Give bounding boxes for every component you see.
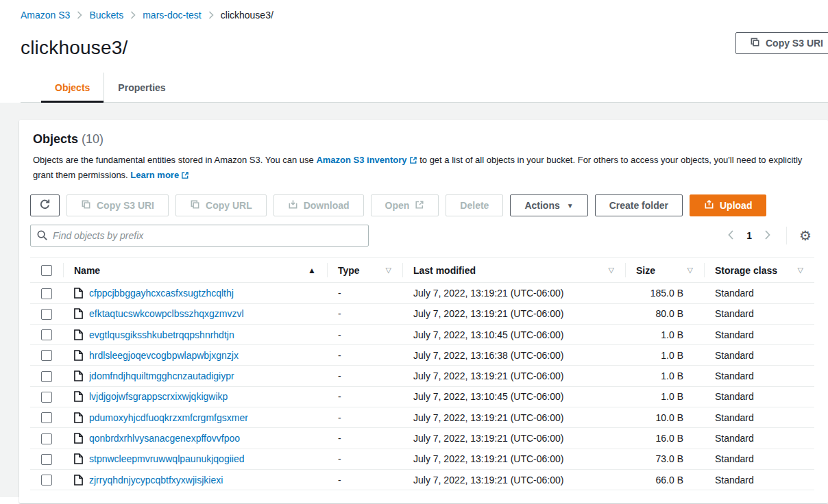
object-name-link[interactable]: pdumoxyhjcdfuoqkrzxmfcrgmfgsxmer (89, 412, 248, 423)
previous-page-button[interactable] (722, 227, 740, 244)
object-type: - (327, 449, 402, 469)
object-storage-class: Standard (704, 366, 814, 386)
row-checkbox[interactable] (41, 309, 52, 320)
object-storage-class: Standard (704, 407, 814, 428)
objects-panel-header: Objects (10) (30, 132, 814, 147)
object-name-cell: pdumoxyhjcdfuoqkrzxmfcrgmfgsxmer (63, 407, 327, 428)
object-name-cell: qonbrdxrhlvysanacgenexpffovvfpoo (63, 428, 327, 449)
object-name-cell: cfppcjbbggayhcxcasfxsugtzhcqlthj (63, 283, 327, 303)
row-checkbox-cell (30, 386, 63, 407)
row-checkbox[interactable] (41, 433, 52, 444)
copy-s3-uri-label: Copy S3 URI (97, 200, 154, 211)
object-name-link[interactable]: hrdlsleegjoqevcogbpwlapwbjxgnzjx (89, 350, 239, 361)
tab-properties-label: Properties (118, 82, 165, 93)
row-checkbox-cell (30, 469, 63, 490)
column-header-name[interactable]: Name▲ (63, 258, 327, 283)
copy-s3-uri-button[interactable]: Copy S3 URI (66, 194, 169, 216)
object-name-link[interactable]: qonbrdxrhlvysanacgenexpffovvfpoo (89, 433, 240, 444)
table-row: hrdlsleegjoqevcogbpwlapwbjxgnzjx - July … (30, 345, 814, 366)
copy-s3-uri-header-button[interactable]: Copy S3 URI (735, 32, 828, 54)
object-storage-class: Standard (704, 386, 814, 407)
row-checkbox[interactable] (41, 412, 52, 423)
sort-icon[interactable]: ▽ (386, 266, 395, 275)
object-size: 185.0 B (625, 283, 704, 303)
row-checkbox[interactable] (41, 329, 52, 340)
object-size: 1.0 B (625, 386, 704, 407)
table-row: jdomfndjhquiltmgghcnzautadigiypr - July … (30, 366, 814, 386)
object-type: - (327, 428, 402, 449)
tab-properties[interactable]: Properties (103, 73, 179, 102)
row-checkbox[interactable] (41, 392, 52, 403)
object-name-link[interactable]: lvjdjgojwfsgrappscrxixwjqkigwikp (89, 391, 228, 402)
row-checkbox-cell (30, 428, 63, 449)
column-label: Name (74, 265, 100, 276)
search-input[interactable] (30, 225, 369, 247)
sort-icon[interactable]: ▽ (687, 266, 697, 275)
object-name-cell: efktaqtucswkcowpclbsszhqxgzmvzvl (63, 303, 327, 324)
object-size: 1.0 B (625, 366, 704, 386)
learn-more-link[interactable]: Learn more (130, 170, 189, 180)
breadcrumb-buckets[interactable]: Buckets (89, 10, 123, 21)
tab-objects[interactable]: Objects (41, 73, 103, 102)
table-header-row: Name▲ Type▽ Last modified▽ Size▽ Storage… (30, 258, 814, 283)
upload-button[interactable]: Upload (690, 194, 766, 216)
objects-description: Objects are the fundamental entities sto… (33, 153, 814, 184)
column-header-type[interactable]: Type▽ (327, 258, 402, 283)
delete-button[interactable]: Delete (446, 194, 503, 216)
current-page-number[interactable]: 1 (742, 230, 756, 241)
row-checkbox-cell (30, 324, 63, 344)
chevron-right-icon (130, 11, 136, 19)
object-name-link[interactable]: jdomfndjhquiltmgghcnzautadigiypr (89, 370, 234, 381)
table-row: lvjdjgojwfsgrappscrxixwjqkigwikp - July … (30, 386, 814, 407)
external-link-icon (181, 170, 189, 184)
tab-bar: Objects Properties (21, 73, 828, 103)
download-button[interactable]: Download (273, 194, 364, 216)
breadcrumb-amazon-s3[interactable]: Amazon S3 (21, 10, 70, 21)
refresh-button[interactable] (30, 194, 60, 216)
external-link-icon (409, 155, 417, 168)
open-button[interactable]: Open (371, 194, 439, 216)
file-icon (74, 412, 83, 423)
row-checkbox[interactable] (41, 288, 52, 299)
object-last-modified: July 7, 2022, 13:19:21 (UTC-06:00) (402, 283, 625, 303)
object-name-link[interactable]: evgtlqusgiksshkubetrqqpshnrhdtjn (89, 329, 234, 340)
actions-label: Actions (524, 200, 559, 211)
open-label: Open (385, 200, 410, 211)
copy-url-button[interactable]: Copy URL (175, 194, 267, 216)
object-last-modified: July 7, 2022, 13:10:45 (UTC-06:00) (402, 386, 625, 407)
column-header-storage-class[interactable]: Storage class▽ (704, 258, 814, 283)
object-name-link[interactable]: cfppcjbbggayhcxcasfxsugtzhcqlthj (89, 288, 234, 299)
file-icon (74, 370, 83, 381)
object-name-link[interactable]: stpnwcleepmvruwwqlpaunukjqogiied (89, 453, 244, 464)
object-name-link[interactable]: efktaqtucswkcowpclbsszhqxgzmvzvl (89, 308, 244, 319)
select-all-checkbox[interactable] (41, 265, 52, 276)
row-checkbox[interactable] (41, 454, 52, 465)
actions-dropdown-button[interactable]: Actions ▼ (510, 194, 587, 216)
sort-icon[interactable]: ▽ (609, 266, 618, 275)
object-name-link[interactable]: zjrryqhdnjycypcqbtfxyxwjisjkiexi (89, 475, 223, 486)
row-checkbox[interactable] (41, 475, 52, 486)
preferences-gear-button[interactable]: ⚙ (796, 229, 814, 242)
objects-count: (10) (82, 132, 103, 146)
objects-panel: Objects (10) Objects are the fundamental… (19, 120, 828, 503)
column-header-last-modified[interactable]: Last modified▽ (402, 258, 625, 283)
row-checkbox-cell (30, 449, 63, 469)
breadcrumb-bucket-name[interactable]: mars-doc-test (143, 10, 202, 21)
row-checkbox[interactable] (41, 371, 52, 382)
create-folder-label: Create folder (609, 200, 668, 211)
table-row: zjrryqhdnjycypcqbtfxyxwjisjkiexi - July … (30, 469, 814, 490)
object-storage-class: Standard (704, 469, 814, 490)
sort-icon[interactable]: ▽ (798, 266, 807, 275)
object-size: 10.0 B (625, 407, 704, 428)
row-checkbox-cell (30, 407, 63, 428)
copy-icon (750, 37, 760, 49)
create-folder-button[interactable]: Create folder (595, 194, 683, 216)
copy-icon (81, 199, 91, 212)
object-name-cell: lvjdjgojwfsgrappscrxixwjqkigwikp (63, 386, 327, 407)
next-page-button[interactable] (759, 227, 777, 244)
row-checkbox[interactable] (41, 350, 52, 361)
column-header-size[interactable]: Size▽ (625, 258, 704, 283)
sort-ascending-icon[interactable]: ▲ (308, 266, 320, 275)
file-icon (74, 308, 83, 319)
amazon-s3-inventory-link[interactable]: Amazon S3 inventory (316, 155, 417, 165)
